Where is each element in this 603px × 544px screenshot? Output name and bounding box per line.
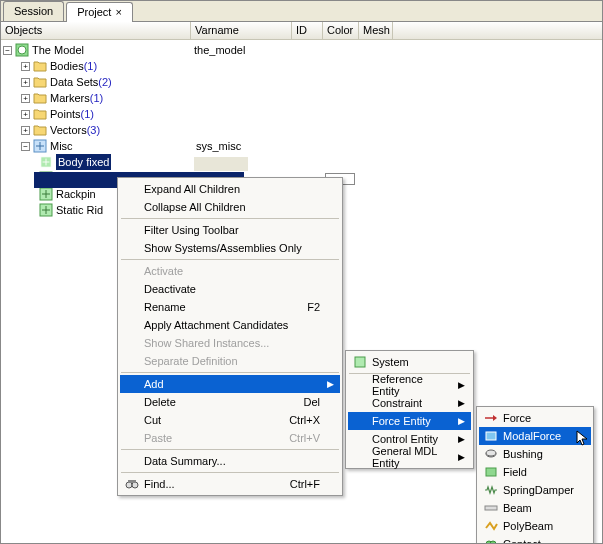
menu-data-summary[interactable]: Data Summary... [120, 452, 340, 470]
shortcut: F2 [307, 301, 320, 313]
bodies-count: (1) [84, 58, 97, 74]
bodyfixed-label: Body fixed [56, 154, 111, 170]
tree-row-points[interactable]: + Points (1) [1, 106, 602, 122]
separator [121, 259, 339, 260]
menu-rename[interactable]: RenameF2 [120, 298, 340, 316]
menu-label: Paste [144, 432, 172, 444]
header-mesh[interactable]: Mesh [359, 22, 393, 39]
menu-system[interactable]: System [348, 353, 471, 371]
misc-label: Misc [50, 138, 73, 154]
staticride-label: Static Rid [56, 202, 103, 218]
markers-label: Markers [50, 90, 90, 106]
model-label: The Model [32, 42, 84, 58]
polybeam-icon [483, 520, 499, 532]
menu-show-systems[interactable]: Show Systems/Assemblies Only [120, 239, 340, 257]
header-id[interactable]: ID [292, 22, 323, 39]
folder-icon [33, 107, 47, 121]
menu-collapse-all[interactable]: Collapse All Children [120, 198, 340, 216]
menu-label: Add [144, 378, 164, 390]
header-objects[interactable]: Objects [1, 22, 191, 39]
menu-label: ModalForce [503, 430, 561, 442]
svg-rect-17 [486, 468, 496, 476]
menu-reference-entity[interactable]: Reference Entity▶ [348, 376, 471, 394]
system-icon [39, 203, 53, 217]
menu-label: Cut [144, 414, 161, 426]
rackpin-label: Rackpin [56, 186, 96, 202]
expander-plus-icon[interactable]: + [21, 78, 30, 87]
menu-apply-attachment[interactable]: Apply Attachment Candidates [120, 316, 340, 334]
menu-label: Force [503, 412, 531, 424]
menu-label: Show Systems/Assemblies Only [144, 242, 302, 254]
submenu-add: System Reference Entity▶ Constraint▶ For… [345, 350, 474, 469]
menu-polybeam[interactable]: PolyBeam [479, 517, 591, 535]
menu-filter-toolbar[interactable]: Filter Using Toolbar [120, 221, 340, 239]
menu-force-entity[interactable]: Force Entity▶ [348, 412, 471, 430]
expander-minus-icon[interactable]: − [21, 142, 30, 151]
beam-icon [483, 503, 499, 513]
tree-row-datasets[interactable]: + Data Sets (2) [1, 74, 602, 90]
close-icon[interactable]: × [115, 6, 121, 18]
menu-label: Rename [144, 301, 186, 313]
menu-modalforce[interactable]: ModalForce [479, 427, 591, 445]
tree-row-vectors[interactable]: + Vectors (3) [1, 122, 602, 138]
tab-session[interactable]: Session [3, 1, 64, 21]
menu-show-shared: Show Shared Instances... [120, 334, 340, 352]
menu-constraint[interactable]: Constraint▶ [348, 394, 471, 412]
binoculars-icon [124, 477, 140, 491]
menu-label: System [372, 356, 409, 368]
submenu-arrow-icon: ▶ [458, 398, 465, 408]
tab-project[interactable]: Project× [66, 2, 133, 22]
separator [121, 218, 339, 219]
menu-beam[interactable]: Beam [479, 499, 591, 517]
bushing-icon [483, 448, 499, 460]
expander-plus-icon[interactable]: + [21, 110, 30, 119]
menu-label: Collapse All Children [144, 201, 246, 213]
model-varname: the_model [194, 42, 245, 58]
folder-icon [33, 91, 47, 105]
force-icon [483, 413, 499, 423]
datasets-label: Data Sets [50, 74, 98, 90]
menu-force[interactable]: Force [479, 409, 591, 427]
tree-row-bodyfixed[interactable]: Body fixed [1, 154, 602, 170]
field-icon [483, 466, 499, 478]
tree-row-markers[interactable]: + Markers (1) [1, 90, 602, 106]
folder-icon [33, 75, 47, 89]
menu-add[interactable]: Add▶ [120, 375, 340, 393]
menu-deactivate[interactable]: Deactivate [120, 280, 340, 298]
menu-field[interactable]: Field [479, 463, 591, 481]
menu-label: Field [503, 466, 527, 478]
header-varname[interactable]: Varname [191, 22, 292, 39]
submenu-arrow-icon: ▶ [327, 379, 334, 389]
expander-minus-icon[interactable]: − [3, 46, 12, 55]
menu-general-mdl-entity[interactable]: General MDL Entity▶ [348, 448, 471, 466]
expander-plus-icon[interactable]: + [21, 126, 30, 135]
folder-icon [33, 59, 47, 73]
menu-expand-all[interactable]: Expand All Children [120, 180, 340, 198]
menu-springdamper[interactable]: SpringDamper [479, 481, 591, 499]
svg-rect-11 [128, 480, 136, 483]
expander-plus-icon[interactable]: + [21, 62, 30, 71]
menu-find[interactable]: Find...Ctrl+F [120, 475, 340, 493]
modalforce-icon [483, 430, 499, 442]
submenu-arrow-icon: ▶ [458, 434, 465, 444]
menu-contact[interactable]: Contact [479, 535, 591, 544]
tree-row-misc[interactable]: − Misc sys_misc [1, 138, 602, 154]
menu-label: Expand All Children [144, 183, 240, 195]
menu-bushing[interactable]: Bushing [479, 445, 591, 463]
expander-plus-icon[interactable]: + [21, 94, 30, 103]
shortcut: Ctrl+F [290, 478, 320, 490]
menu-label: Find... [144, 478, 175, 490]
menu-label: Data Summary... [144, 455, 226, 467]
misc-varname: sys_misc [196, 138, 241, 154]
submenu-force-entity: Force ModalForce Bushing Field SpringDam… [476, 406, 594, 544]
menu-cut[interactable]: CutCtrl+X [120, 411, 340, 429]
tree-row-model[interactable]: − The Model the_model [1, 42, 602, 58]
menu-delete[interactable]: DeleteDel [120, 393, 340, 411]
menu-label: General MDL Entity [372, 445, 451, 469]
vectors-count: (3) [87, 122, 100, 138]
shortcut: Ctrl+V [289, 432, 320, 444]
header-color[interactable]: Color [323, 22, 359, 39]
model-icon [15, 43, 29, 57]
shortcut: Ctrl+X [289, 414, 320, 426]
tree-row-bodies[interactable]: + Bodies (1) [1, 58, 602, 74]
